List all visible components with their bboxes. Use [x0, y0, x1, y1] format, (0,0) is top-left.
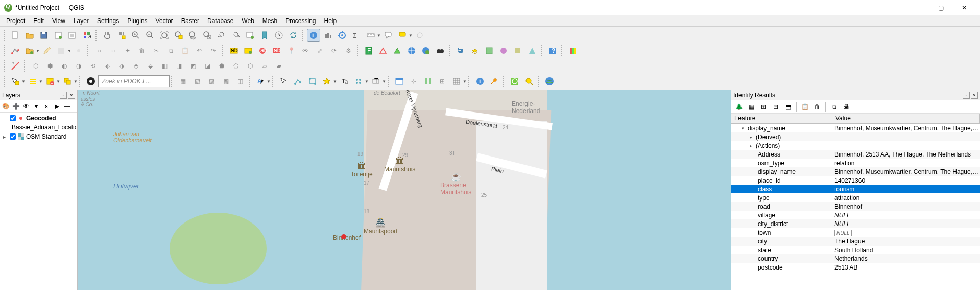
collapse-icon[interactable]: ▾: [742, 126, 747, 131]
dropdown-arrow-icon[interactable]: ▼: [56, 79, 60, 84]
dropdown-arrow-icon[interactable]: ▼: [409, 33, 413, 38]
toolbar-handle[interactable]: [272, 76, 275, 87]
view-table-icon[interactable]: ▦: [746, 101, 757, 113]
zoom-in-button[interactable]: [129, 29, 142, 42]
zoom-next-button[interactable]: [229, 29, 243, 42]
toolbar-handle[interactable]: [449, 45, 452, 56]
toolbar-handle[interactable]: [79, 76, 82, 87]
pdok-button[interactable]: [84, 75, 98, 88]
pan-to-selection-button[interactable]: [115, 29, 128, 42]
dropdown-arrow-icon[interactable]: ▼: [333, 79, 337, 84]
result-row[interactable]: AddressBinnenhof, 2513 AA, The Hague, Th…: [731, 150, 980, 159]
print-icon[interactable]: 🖶: [841, 101, 852, 113]
menu-processing[interactable]: Processing: [281, 16, 320, 26]
plugin-4-button[interactable]: [525, 44, 539, 57]
osm-search-button[interactable]: [522, 75, 536, 88]
form-view-icon[interactable]: 📋: [799, 101, 810, 113]
toolbar-handle[interactable]: [249, 76, 252, 87]
toolbar-handle[interactable]: [561, 45, 564, 56]
new-map-view-button[interactable]: [244, 29, 257, 42]
result-row[interactable]: osm_typerelation: [731, 159, 980, 167]
dropdown-arrow-icon[interactable]: ▼: [21, 79, 26, 84]
toolbar-handle[interactable]: [4, 60, 7, 72]
text-box-button[interactable]: T: [369, 75, 383, 88]
dropdown-arrow-icon[interactable]: ▼: [39, 79, 43, 84]
layer-checkbox[interactable]: [10, 133, 16, 140]
expand-all-icon[interactable]: ⊞: [758, 101, 769, 113]
statistics-button[interactable]: Σ: [350, 29, 363, 42]
zoom-full-button[interactable]: [158, 29, 171, 42]
processing-button[interactable]: [336, 29, 349, 42]
edit-node-button[interactable]: [292, 75, 305, 88]
column-value[interactable]: Value: [832, 114, 980, 123]
field-calc-button[interactable]: F: [362, 44, 375, 57]
measure-button[interactable]: [364, 29, 377, 42]
close-button[interactable]: ✕: [952, 0, 976, 15]
result-row[interactable]: ▸(Derived): [731, 132, 980, 141]
new-print-layout-button[interactable]: [52, 29, 65, 42]
expand-icon[interactable]: ▸: [750, 135, 755, 140]
identify-button[interactable]: i: [307, 29, 320, 42]
menu-view[interactable]: View: [48, 16, 69, 26]
dropdown-arrow-icon[interactable]: ▼: [267, 79, 271, 84]
menu-raster[interactable]: Raster: [177, 16, 203, 26]
temporal-button[interactable]: [272, 29, 285, 42]
toolbar-handle[interactable]: [24, 60, 27, 72]
plugin-manager-button[interactable]: [468, 44, 482, 57]
minimize-button[interactable]: —: [905, 0, 929, 15]
view-tree-icon[interactable]: 🌲: [733, 101, 745, 113]
result-row[interactable]: townNULL: [731, 228, 980, 237]
open-datasource-button[interactable]: [23, 44, 36, 57]
result-row[interactable]: countryNetherlands: [731, 254, 980, 263]
layer-add-group-icon[interactable]: ➕: [11, 102, 20, 111]
layer-expand-icon[interactable]: ▶: [52, 102, 61, 111]
map-tips-button[interactable]: [381, 29, 395, 42]
pdok-search-input[interactable]: Zoek in PDOK L...: [98, 75, 170, 87]
maximize-button[interactable]: ▢: [929, 0, 952, 15]
result-row[interactable]: classtourism: [731, 185, 980, 193]
open-project-button[interactable]: [23, 29, 36, 42]
result-row[interactable]: ▾display_nameBinnenhof, Museumkwartier, …: [731, 124, 980, 132]
select-by-value-button[interactable]: [26, 75, 39, 88]
result-row[interactable]: cityThe Hague: [731, 237, 980, 246]
menu-vector[interactable]: Vector: [152, 16, 177, 26]
toolbar-handle[interactable]: [302, 30, 305, 41]
layer-filter-icon[interactable]: ▼: [32, 102, 41, 111]
result-row[interactable]: city_districtNULL: [731, 219, 980, 228]
binoculars-button[interactable]: [434, 44, 447, 57]
collapse-all-icon[interactable]: ⊟: [770, 101, 781, 113]
menu-web[interactable]: Web: [237, 16, 258, 26]
geometry-checker-button[interactable]: [391, 44, 404, 57]
result-row[interactable]: stateSouth Holland: [731, 246, 980, 254]
toolbar-handle[interactable]: [4, 45, 7, 56]
select-features-button[interactable]: [9, 75, 22, 88]
toolbar-handle[interactable]: [222, 45, 225, 56]
text-annotation-button[interactable]: A: [254, 75, 267, 88]
toolbar-handle[interactable]: [87, 45, 90, 56]
toolbar-handle[interactable]: [468, 76, 471, 87]
select-by-location-button[interactable]: [61, 75, 74, 88]
grid-button[interactable]: [450, 75, 463, 88]
cad-button[interactable]: [9, 59, 22, 73]
layer-row[interactable]: Bassie_Adriaan_Location: [1, 123, 76, 132]
close-panel-button[interactable]: ×: [68, 92, 75, 99]
globe-color-button[interactable]: [543, 75, 556, 88]
clear-results-icon[interactable]: 🗑: [811, 101, 823, 113]
layer-style-icon[interactable]: 🎨: [1, 102, 10, 111]
toolbar-handle[interactable]: [4, 30, 7, 41]
menu-layer[interactable]: Layer: [69, 16, 93, 26]
edit-polygon-button[interactable]: [306, 75, 319, 88]
map-canvas[interactable]: Hofvijver Johan van Oldenbarnevelt n Noo…: [78, 90, 731, 290]
plugin-3-button[interactable]: [511, 44, 524, 57]
plugin-1-button[interactable]: [483, 44, 496, 57]
result-row[interactable]: display_nameBinnenhof, Museumkwartier, C…: [731, 167, 980, 176]
result-row[interactable]: villageNULL: [731, 211, 980, 219]
layer-row[interactable]: ▸ OSM Standard: [1, 132, 76, 141]
menu-plugins[interactable]: Plugins: [123, 16, 151, 26]
column-feature[interactable]: Feature: [731, 114, 832, 123]
quickosm-button[interactable]: [508, 75, 521, 88]
menu-settings[interactable]: Settings: [93, 16, 123, 26]
topology-button[interactable]: [376, 44, 390, 57]
toolbar-handle[interactable]: [503, 76, 506, 87]
toolbar-handle[interactable]: [171, 76, 174, 87]
